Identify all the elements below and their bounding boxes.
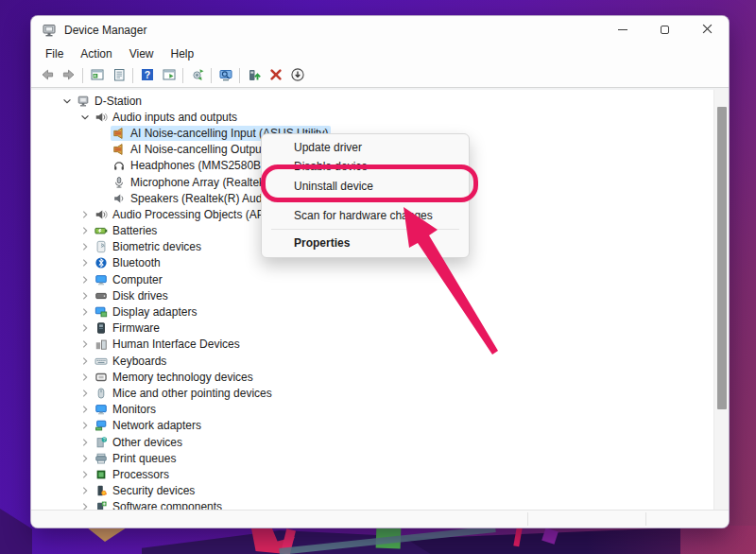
tree-item[interactable]: Firmware — [31, 320, 713, 337]
chevron-right-icon[interactable] — [77, 257, 93, 268]
back-button[interactable] — [36, 66, 58, 86]
chevron-right-icon[interactable] — [77, 485, 93, 496]
tree-item-label: Biometric devices — [112, 240, 201, 253]
menu-view[interactable]: View — [121, 45, 163, 62]
context-menu-item-update-driver[interactable]: Update driver — [262, 138, 469, 157]
chevron-down-icon[interactable] — [60, 95, 75, 107]
chevron-right-icon[interactable] — [77, 469, 93, 480]
action-pane-button[interactable] — [158, 66, 180, 86]
tree-item[interactable]: Print queues — [31, 450, 713, 466]
tree-item[interactable]: Audio inputs and outputs — [31, 109, 713, 125]
tree-item-label: Display adapters — [112, 305, 197, 319]
chevron-right-icon[interactable] — [77, 338, 93, 350]
chevron-right-icon[interactable] — [77, 355, 93, 367]
software-icon — [94, 500, 108, 510]
tree-item[interactable]: Monitors — [31, 402, 713, 418]
chevron-right-icon[interactable] — [77, 322, 93, 334]
disable-button[interactable] — [286, 66, 308, 86]
console-tree-button[interactable] — [86, 66, 108, 86]
firmware-icon — [94, 321, 108, 335]
microphone-icon — [112, 176, 126, 189]
tree-item-label: Computer — [112, 273, 163, 286]
chevron-right-icon[interactable] — [77, 420, 93, 431]
tree-item[interactable]: Security devices — [31, 483, 713, 499]
update-driver-button[interactable] — [243, 66, 265, 86]
properties-button[interactable] — [108, 66, 129, 86]
station-icon — [76, 95, 90, 108]
disk-icon — [94, 289, 108, 303]
forward-icon — [61, 67, 77, 85]
chevron-right-icon[interactable] — [77, 274, 93, 286]
remote-computer-button[interactable] — [215, 66, 236, 86]
tree-item[interactable]: Mice and other pointing devices — [31, 385, 713, 401]
context-menu-item-properties[interactable]: Properties — [262, 234, 469, 252]
chevron-right-icon[interactable] — [77, 404, 93, 415]
bluetooth-icon — [94, 256, 108, 269]
menu-help[interactable]: Help — [163, 45, 203, 62]
tree-item-label: Bluetooth — [112, 256, 161, 269]
tree-item[interactable]: Software components — [31, 499, 713, 510]
menu-action[interactable]: Action — [72, 45, 120, 62]
help-icon: ? — [140, 67, 155, 85]
network-icon — [94, 419, 108, 432]
tree-item-label: Headphones (MMS2580B) — [130, 159, 265, 172]
other-device-icon: ? — [94, 436, 108, 449]
tree-item-content: Keyboards — [93, 354, 169, 369]
tree-item[interactable]: Display adapters — [31, 303, 713, 320]
device-manager-icon — [42, 23, 57, 38]
security-icon — [94, 484, 108, 497]
help-button[interactable]: ? — [136, 66, 158, 86]
forward-button[interactable] — [58, 66, 79, 86]
tree-item-content: ?Other devices — [93, 435, 185, 450]
menu-file[interactable]: File — [37, 45, 72, 62]
svg-text:?: ? — [103, 437, 106, 441]
tree-item[interactable]: Processors — [31, 466, 713, 482]
chevron-right-icon[interactable] — [77, 209, 93, 220]
close-button[interactable] — [686, 16, 729, 43]
tree-item[interactable]: Network adapters — [31, 418, 713, 434]
vertical-scrollbar[interactable] — [713, 90, 729, 510]
tree-item[interactable]: Keyboards — [31, 353, 713, 369]
scan-hardware-button[interactable] — [186, 66, 208, 86]
chevron-right-icon[interactable] — [77, 290, 93, 302]
chevron-right-icon[interactable] — [77, 225, 93, 236]
tree-item-label: Other devices — [112, 436, 182, 449]
statusbar-separator — [527, 512, 528, 526]
device-manager-window: Device Manager FileActionViewHelp ? D-St… — [30, 15, 730, 528]
minimize-button[interactable] — [601, 16, 644, 43]
maximize-icon — [661, 26, 669, 34]
tree-item-content: Biometric devices — [93, 239, 204, 254]
title-bar[interactable]: Device Manager — [31, 16, 729, 43]
chevron-right-icon[interactable] — [77, 437, 93, 448]
tree-item-content: Computer — [93, 272, 165, 287]
chevron-right-icon[interactable] — [77, 372, 93, 383]
chevron-right-icon[interactable] — [77, 453, 93, 464]
tree-item[interactable]: Memory technology devices — [31, 369, 713, 385]
tree-item-label: D-Station — [94, 95, 142, 108]
maximize-button[interactable] — [644, 16, 686, 43]
context-menu-separator — [271, 229, 459, 230]
scrollbar-thumb[interactable] — [717, 107, 727, 409]
tree-item-label: Audio Processing Objects (APOs) — [112, 208, 283, 221]
tree-item[interactable]: Disk drives — [31, 287, 713, 303]
uninstall-button[interactable] — [265, 66, 286, 86]
tree-item-content: Processors — [93, 467, 172, 482]
context-menu-item-uninstall-device[interactable]: Uninstall device — [262, 176, 469, 198]
wallpaper-shape — [87, 528, 127, 542]
context-menu-item-disable-device[interactable]: Disable device — [262, 157, 469, 176]
tree-item[interactable]: Computer — [31, 271, 713, 287]
context-menu-item-scan-for-hardware-changes[interactable]: Scan for hardware changes — [262, 206, 469, 225]
disable-icon — [290, 67, 305, 85]
tree-item[interactable]: D-Station — [31, 93, 713, 109]
tree-item-label: Speakers (Realtek(R) Audio) — [130, 192, 275, 205]
chevron-down-icon[interactable] — [77, 112, 93, 123]
chevron-right-icon[interactable] — [77, 501, 93, 510]
chevron-right-icon[interactable] — [77, 388, 93, 399]
tree-item-content: Bluetooth — [93, 255, 163, 270]
chevron-right-icon[interactable] — [77, 241, 93, 252]
console-tree-icon — [90, 67, 105, 85]
tree-item-label: Processors — [112, 468, 169, 481]
tree-item[interactable]: Human Interface Devices — [31, 337, 713, 353]
tree-item[interactable]: ?Other devices — [31, 434, 713, 450]
chevron-right-icon[interactable] — [77, 306, 93, 318]
